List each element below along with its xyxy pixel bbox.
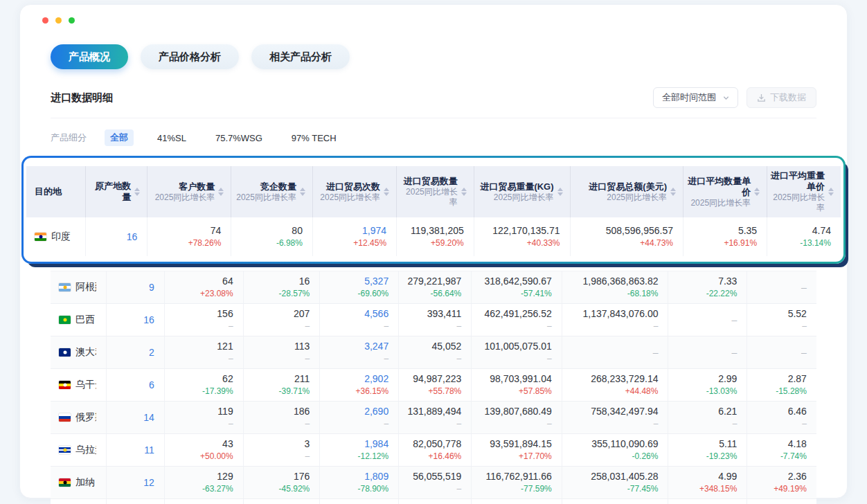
sort-desc-caret	[384, 192, 389, 196]
table-row[interactable]: 巴西16156–207–4,566–393,411–462,491,256.52…	[51, 304, 816, 336]
metric-cell: 1,137,843,076.00–	[562, 304, 669, 336]
sort-icon[interactable]	[384, 188, 389, 196]
cell-growth-rate: -13.14%	[800, 237, 831, 249]
sort-icon[interactable]	[218, 188, 224, 196]
metric-cell: 758,342,497.94–	[562, 402, 669, 433]
column-growth-sub-label: 2025同比增长率	[400, 187, 458, 208]
metric-cell: 4.99+348.15%	[668, 467, 747, 498]
cell-value[interactable]: 16	[143, 314, 154, 327]
maximize-button[interactable]	[69, 17, 75, 24]
tab-bar: 产品概况 产品价格分析 相关产品分析	[51, 44, 816, 69]
column-header[interactable]: 客户数量2025同比增长率	[148, 166, 231, 217]
metric-cell: 16	[107, 499, 165, 504]
cell-growth-rate: +12.45%	[353, 237, 386, 249]
cell-growth-rate: -0.26%	[632, 451, 658, 462]
cell-growth-rate: -19.23%	[706, 451, 738, 462]
close-button[interactable]	[42, 17, 48, 24]
cell-value[interactable]: 2,690	[364, 405, 388, 418]
column-title: 原产地数量	[89, 181, 131, 203]
cell-value[interactable]: 11	[144, 444, 154, 457]
time-range-select[interactable]: 全部时间范围	[653, 87, 738, 108]
sort-icon[interactable]	[557, 188, 563, 196]
cell-value: 176	[294, 470, 310, 483]
cell-value[interactable]: 16	[127, 231, 138, 244]
download-data-button[interactable]: 下载数据	[747, 87, 816, 108]
metric-cell: 6.21–	[668, 402, 747, 433]
table-row[interactable]: 加纳12129-63.27%176-45.92%1,809-78.90%56,0…	[51, 467, 816, 499]
cell-growth-rate: +348.15%	[699, 483, 737, 495]
metric-cell: 2.99-13.03%	[668, 369, 747, 401]
cell-growth-rate: –	[305, 451, 310, 462]
metric-cell: 119–	[165, 402, 244, 433]
metric-cell: 62-17.39%	[165, 369, 244, 401]
cell-value: 129	[217, 470, 233, 483]
cell-value[interactable]: 2	[149, 346, 154, 359]
cell-value[interactable]: 6	[149, 379, 154, 392]
column-header[interactable]: 竞企数量2025同比增长率	[231, 166, 313, 217]
cell-value[interactable]: 12	[143, 476, 154, 489]
cell-value[interactable]: 4,566	[364, 307, 388, 321]
table-row[interactable]: 俄罗斯14119–186–2,690–131,889,494–139,807,6…	[51, 402, 816, 434]
metric-cell: –	[747, 271, 816, 303]
cell-value[interactable]: 14	[143, 411, 154, 424]
cell-value[interactable]: 1,974	[362, 224, 386, 237]
cell-value[interactable]: 9	[149, 281, 154, 294]
tab-price-analysis[interactable]: 产品价格分析	[141, 44, 239, 69]
metric-cell: 279,221,987-56.64%	[399, 271, 472, 303]
minimize-button[interactable]	[55, 17, 62, 24]
tab-related-products[interactable]: 相关产品分析	[251, 44, 350, 69]
cell-value[interactable]: 1,809	[364, 470, 388, 483]
column-header[interactable]: 进口平均重量单价2025同比增长率	[767, 166, 841, 217]
sort-icon[interactable]	[461, 188, 467, 196]
cell-growth-rate: –	[802, 418, 807, 430]
cell-value: 5.52	[788, 307, 807, 321]
segment-option-all[interactable]: 全部	[105, 129, 134, 146]
sort-desc-caret	[828, 192, 834, 196]
table-row[interactable]: 乌拉圭1143+50.00%3–1,984-12.12%82,050,778+1…	[51, 434, 816, 467]
table-row[interactable]: 印度1674+78.26%80-6.98%1,974+12.45%119,381…	[26, 217, 841, 256]
sort-icon[interactable]	[670, 188, 676, 196]
metric-cell: 119,381,205+59.20%	[397, 217, 474, 256]
highlighted-rows: 印度1674+78.26%80-6.98%1,974+12.45%119,381…	[26, 217, 841, 256]
cell-value[interactable]: 5,327	[364, 275, 388, 288]
metric-cell: 231-48.05%	[165, 499, 244, 504]
cell-growth-rate: +23.08%	[200, 288, 233, 300]
metric-cell: 16	[107, 304, 165, 336]
sort-asc-caret	[218, 188, 224, 191]
segment-option-41sl[interactable]: 41%SL	[152, 131, 192, 145]
column-header[interactable]: 进口贸易总额(美元)2025同比增长率	[571, 166, 683, 217]
cell-value: 5.11	[719, 438, 737, 451]
column-header[interactable]: 进口贸易数量2025同比增长率	[397, 166, 474, 217]
table-row[interactable]: 乌干达662-17.39%211-39.71%2,902+36.15%94,98…	[51, 369, 816, 402]
cell-value: 80	[292, 224, 303, 237]
sort-icon[interactable]	[300, 188, 305, 196]
segment-option-97tech[interactable]: 97% TECH	[286, 131, 342, 145]
table-row[interactable]: 阿根廷964+23.08%16-28.57%5,327-69.60%279,22…	[51, 271, 816, 304]
column-header[interactable]: 进口平均数量单价2025同比增长率	[683, 166, 767, 217]
column-growth-sub-label: 2025同比增长率	[770, 192, 825, 213]
metric-cell: 56,055,519–	[399, 467, 472, 498]
metric-cell: 5.35+16.91%	[683, 217, 767, 256]
segment-option-757wsg[interactable]: 75.7%WSG	[210, 131, 268, 145]
cell-value[interactable]: 2,902	[364, 372, 388, 386]
sort-icon[interactable]	[134, 188, 140, 196]
column-header[interactable]: 进口贸易重量(KG)2025同比增长率	[474, 166, 571, 217]
sort-desc-caret	[670, 192, 676, 196]
column-header[interactable]: 原产地数量	[86, 166, 148, 217]
column-header[interactable]: 进口贸易次数2025同比增长率	[313, 166, 397, 217]
cell-value[interactable]: 3,247	[364, 340, 388, 353]
cell-value: 268,233,729.14	[591, 372, 658, 386]
empty-value-dash: –	[653, 346, 659, 359]
cell-value[interactable]: 1,984	[364, 438, 388, 451]
sort-icon[interactable]	[828, 188, 834, 196]
table-row[interactable]: 澳大利亚2121–113–3,247–45,052–101,005,075.01…	[51, 336, 816, 369]
sort-icon[interactable]	[754, 188, 760, 196]
cell-value: 1,137,843,076.00	[582, 307, 658, 321]
cell-value: 121	[217, 340, 233, 353]
cell-value: 122,170,135.71	[492, 224, 560, 237]
cell-value: 139,807,680.49	[484, 405, 551, 418]
tab-product-overview[interactable]: 产品概况	[51, 44, 128, 69]
cell-value: 355,110,090.69	[591, 438, 658, 451]
table-row[interactable]: 哈萨克斯坦16231-48.05%166-38.27%1,886-48.14%3…	[51, 499, 816, 504]
country-name: 印度	[51, 231, 71, 243]
